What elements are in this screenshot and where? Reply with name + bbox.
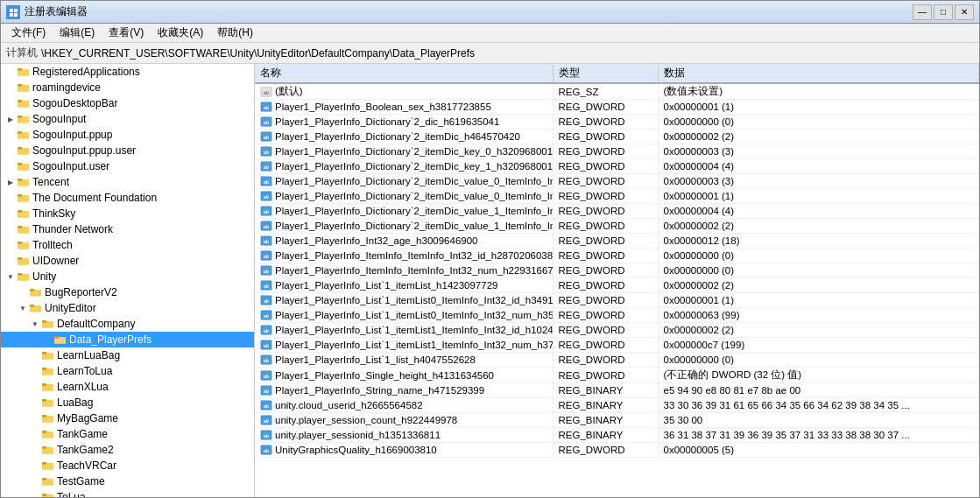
table-row[interactable]: ab unity.player_session_count_h922449978… (255, 413, 979, 428)
table-row[interactable]: ab Player1_PlayerInfo_Dictionary`2_dic_h… (255, 115, 979, 130)
tree-item-unityeditor[interactable]: ▼ UnityEditor (1, 300, 254, 316)
header-name[interactable]: 名称 (255, 64, 553, 83)
tree-item-thedocumentfoundation[interactable]: The Document Foundation (1, 190, 254, 206)
tree-item-data_playerprefs[interactable]: Data_PlayerPrefs (1, 332, 254, 347)
tree-label: LuaBag (57, 396, 93, 409)
expand-icon[interactable] (29, 491, 41, 497)
expand-icon[interactable] (29, 365, 41, 377)
header-type[interactable]: 类型 (553, 64, 658, 83)
expand-icon[interactable] (4, 81, 17, 94)
tree-item-luabag[interactable]: LuaBag (1, 395, 254, 410)
expand-icon[interactable] (29, 396, 41, 409)
table-row[interactable]: ab Player1_PlayerInfo_Dictionary`2_itemD… (255, 159, 979, 174)
tree-item-roamingdevice[interactable]: roamingdevice (1, 80, 254, 95)
menu-item-e[interactable]: 编辑(E) (53, 24, 102, 42)
tree-item-sogouinput.ppup.user[interactable]: SogouInput.ppup.user (1, 143, 254, 158)
name-text: Player1_PlayerInfo_Dictionary`2_itemDic_… (275, 191, 553, 201)
svg-text:ab: ab (264, 269, 269, 274)
menu-item-v[interactable]: 查看(V) (102, 24, 151, 42)
table-row[interactable]: ab UnityGraphicsQuality_h1669003810REG_D… (255, 443, 979, 458)
tree-item-thundernetwork[interactable]: Thunder Network (1, 221, 254, 237)
tree-item-tencent[interactable]: ▶ Tencent (1, 174, 254, 190)
table-row[interactable]: ab Player1_PlayerInfo_List`1_itemList0_I… (255, 293, 979, 308)
expand-icon[interactable] (29, 381, 41, 393)
expand-icon[interactable] (17, 286, 29, 298)
tree-item-learnluabag[interactable]: LearnLuaBag (1, 347, 254, 363)
svg-rect-14 (18, 131, 22, 134)
tree-item-registeredapplications[interactable]: RegisteredApplications (1, 64, 254, 80)
table-row[interactable]: ab Player1_PlayerInfo_List`1_itemList_h1… (255, 278, 979, 293)
tree-item-unity[interactable]: ▼ Unity (1, 269, 254, 284)
expand-icon[interactable] (4, 97, 17, 109)
table-row[interactable]: ab Player1_PlayerInfo_Dictionary`2_itemD… (255, 174, 979, 189)
table-row[interactable]: ab Player1_PlayerInfo_Dictionary`2_itemD… (255, 144, 979, 159)
tree-item-sogouinput.ppup[interactable]: SogouInput.ppup (1, 127, 254, 143)
expand-icon[interactable] (4, 144, 17, 157)
expand-icon[interactable]: ▶ (4, 113, 17, 125)
expand-icon[interactable]: ▶ (4, 176, 17, 188)
menu-item-a[interactable]: 收藏夹(A) (151, 24, 210, 42)
expand-icon[interactable] (4, 66, 17, 78)
expand-icon[interactable] (29, 412, 41, 424)
table-row[interactable]: ab Player1_PlayerInfo_ItemInfo_ItemInfo_… (255, 263, 979, 278)
tree-item-tankgame2[interactable]: TankGame2 (1, 442, 254, 458)
expand-icon[interactable] (4, 192, 17, 204)
tree-item-sogouinput[interactable]: ▶ SogouInput (1, 111, 254, 127)
table-row[interactable]: ab Player1_PlayerInfo_Dictionary`2_itemD… (255, 204, 979, 219)
tree-item-learntolua[interactable]: LearnToLua (1, 363, 254, 379)
table-row[interactable]: ab Player1_PlayerInfo_List`1_list_h40475… (255, 353, 979, 368)
table-row[interactable]: ab Player1_PlayerInfo_Dictionary`2_itemD… (255, 130, 979, 144)
expand-icon[interactable]: ▼ (17, 302, 29, 314)
name-text: Player1_PlayerInfo_Int32_age_h3009646900 (275, 235, 477, 246)
table-row[interactable]: ab Player1_PlayerInfo_Int32_age_h3009646… (255, 234, 979, 249)
table-row[interactable]: ab (默认)REG_SZ(数值未设置) (255, 83, 979, 100)
tree-item-testgame[interactable]: TestGame (1, 473, 254, 489)
tree-item-teachvrcar[interactable]: TeachVRCar (1, 458, 254, 473)
tree-item-sogouinput.user[interactable]: SogouInput.user (1, 158, 254, 174)
table-row[interactable]: ab unity.player_sessionid_h1351336811REG… (255, 428, 979, 443)
expand-icon[interactable] (4, 223, 17, 235)
reg-value-icon: ab (260, 116, 272, 128)
tree-item-learnxlua[interactable]: LearnXLua (1, 379, 254, 395)
name-text: Player1_PlayerInfo_Dictionary`2_itemDic_… (275, 206, 553, 216)
expand-icon[interactable] (41, 333, 53, 346)
expand-icon[interactable]: ▼ (29, 318, 41, 330)
expand-icon[interactable] (29, 459, 41, 472)
expand-icon[interactable] (4, 255, 17, 267)
close-button[interactable]: ✕ (955, 4, 974, 20)
menu-item-f[interactable]: 文件(F) (4, 24, 53, 42)
expand-icon[interactable] (4, 239, 17, 251)
expand-icon[interactable] (29, 428, 41, 440)
tree-item-tankgame[interactable]: TankGame (1, 426, 254, 442)
table-row[interactable]: ab unity.cloud_userid_h2665564582REG_BIN… (255, 398, 979, 413)
expand-icon[interactable]: ▼ (4, 270, 17, 283)
table-row[interactable]: ab Player1_PlayerInfo_Dictionary`2_itemD… (255, 189, 979, 204)
expand-icon[interactable] (4, 207, 17, 220)
tree-item-uidowner[interactable]: UIDowner (1, 253, 254, 269)
tree-item-mybaggame[interactable]: MyBagGame (1, 410, 254, 426)
tree-item-trolltech[interactable]: Trolltech (1, 237, 254, 253)
table-row[interactable]: ab Player1_PlayerInfo_List`1_itemList1_I… (255, 338, 979, 353)
table-row[interactable]: ab Player1_PlayerInfo_Dictionary`2_itemD… (255, 219, 979, 234)
minimize-button[interactable]: — (913, 4, 932, 20)
table-row[interactable]: ab Player1_PlayerInfo_List`1_itemList0_I… (255, 308, 979, 323)
table-row[interactable]: ab Player1_PlayerInfo_ItemInfo_ItemInfo_… (255, 249, 979, 263)
table-row[interactable]: ab Player1_PlayerInfo_Single_height_h413… (255, 368, 979, 383)
expand-icon[interactable] (29, 444, 41, 456)
expand-icon[interactable] (4, 160, 17, 172)
table-row[interactable]: ab Player1_PlayerInfo_List`1_itemList1_I… (255, 323, 979, 338)
expand-icon[interactable] (29, 475, 41, 487)
expand-icon[interactable] (29, 349, 41, 361)
tree-item-sogoudesktopbar[interactable]: SogouDesktopBar (1, 95, 254, 111)
tree-item-defaultcompany[interactable]: ▼ DefaultCompany (1, 316, 254, 332)
expand-icon[interactable] (4, 129, 17, 141)
table-row[interactable]: ab Player1_PlayerInfo_String_name_h47152… (255, 383, 979, 398)
tree-item-thinksky[interactable]: ThinkSky (1, 206, 254, 221)
tree-item-tolua[interactable]: ToLua (1, 489, 254, 497)
cell-name: ab Player1_PlayerInfo_Dictionary`2_dic_h… (255, 115, 553, 130)
maximize-button[interactable]: □ (934, 4, 953, 20)
table-row[interactable]: ab Player1_PlayerInfo_Boolean_sex_h38177… (255, 100, 979, 115)
header-data[interactable]: 数据 (658, 64, 979, 83)
tree-item-bugreporterv2[interactable]: BugReporterV2 (1, 284, 254, 300)
menu-item-h[interactable]: 帮助(H) (210, 24, 260, 42)
